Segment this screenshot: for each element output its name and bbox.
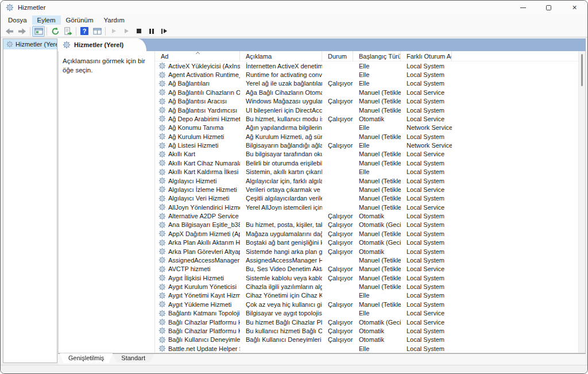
service-row[interactable]: Aygıt Kurulum Yöneticisi Cihazla ilgili …	[155, 282, 578, 291]
restart-service-button[interactable]	[158, 26, 171, 37]
service-description: Bu bilgisayar tarafından okun...	[240, 151, 322, 157]
service-row[interactable]: Algılayıcı Veri Hizmeti Çeşitli algılayı…	[155, 194, 578, 203]
service-description: Boştaki ağ bant genişliğini ku...	[240, 239, 322, 246]
service-row[interactable]: Arka Plan Akıllı Aktarım Hiz... Boştaki …	[155, 238, 578, 247]
service-logon-as: Local Service	[401, 310, 452, 317]
menu-dosya[interactable]: Dosya	[3, 16, 32, 25]
service-row[interactable]: Ağ Depo Arabirimi Hizmeti Bu hizmet, kul…	[155, 114, 578, 123]
service-row[interactable]: Battle.net Update Helper Svc Elle Local …	[155, 344, 578, 353]
window-title: Hizmetler	[18, 4, 510, 11]
service-description: Bu hizmet, posta, kişiler, takvi...	[240, 221, 322, 228]
service-row[interactable]: Akıllı Kart Kaldırma İlkesi Sistemin, ak…	[155, 168, 578, 176]
export-list-button[interactable]	[61, 26, 74, 37]
refresh-button[interactable]	[49, 26, 61, 37]
service-description: Bu hizmet, kullanıcı modu ist...	[240, 115, 322, 122]
service-row[interactable]: Bağlı Cihazlar Platformu Kul... Bu kulla…	[155, 326, 578, 335]
service-startup-type: Otomatik (Geci...	[353, 319, 401, 326]
service-name: Bağlantı Katmanı Topoloji B...	[168, 310, 240, 317]
resume-service-button[interactable]	[120, 26, 133, 37]
service-row[interactable]: ActiveX Yükleyicisi (AxInstSV) İnternett…	[155, 61, 578, 70]
column-header-baslangic-turu[interactable]: Başlangıç Türü	[353, 51, 401, 61]
service-row[interactable]: Ağ Bağlantısı Yardımcısı UI bileşenleri …	[155, 106, 578, 114]
service-row[interactable]: Ağ Kurulum Hizmeti Ağ Kurulum Hizmeti, a…	[155, 132, 578, 141]
maximize-icon	[546, 5, 551, 10]
service-row[interactable]: Akıllı Kart Cihaz Numaralan... Belirli b…	[155, 159, 578, 167]
forward-button[interactable]	[16, 26, 28, 37]
service-startup-type: Manuel (Tetikle...	[353, 204, 401, 211]
service-gear-icon	[158, 318, 166, 326]
service-logon-as: Local System	[401, 160, 452, 167]
column-header-aciklama[interactable]: Açıklama	[240, 51, 322, 61]
maximize-button[interactable]	[536, 1, 562, 14]
service-row[interactable]: Agent Activation Runtime_... Runtime for…	[155, 70, 578, 79]
pause-service-icon	[149, 29, 154, 34]
service-row[interactable]: Aygıt İlişkisi Hizmeti Sistemle kablolu …	[155, 273, 578, 282]
service-startup-type: Manuel (Tetikle...	[353, 257, 401, 264]
service-gear-icon	[158, 239, 166, 246]
service-description: Windows Mağazası uygulam...	[240, 98, 322, 105]
menu-yardim[interactable]: Yardım	[99, 16, 130, 25]
service-name: Bağlı Kullanıcı Deneyimleri ...	[168, 336, 240, 343]
service-row[interactable]: Algılayıcı İzleme Hizmeti Verileri ortay…	[155, 185, 578, 194]
service-row[interactable]: Aygıt Yönetimi Kayıt Hizmeti Cihaz Yönet…	[155, 291, 578, 300]
service-row[interactable]: Bağlantı Katmanı Topoloji B... Bilgisaya…	[155, 309, 578, 318]
help-button[interactable]: ?	[78, 26, 91, 37]
service-row[interactable]: Alternative A2DP Service Çalışıyor Otoma…	[155, 211, 578, 220]
service-row[interactable]: Aygıt Yükleme Hizmeti Çok az veya hiç ku…	[155, 300, 578, 309]
service-row[interactable]: AssignedAccessManager Hi... AssignedAcce…	[155, 256, 578, 264]
sidebar-item-hizmetler-yerel[interactable]: Hizmetler (Yerel)	[3, 39, 57, 49]
service-name: ActiveX Yükleyicisi (AxInstSV)	[168, 63, 240, 70]
column-header-farkli-oturum-ac[interactable]: Farklı Oturum Aç	[401, 51, 452, 61]
service-logon-as: Local System	[401, 63, 452, 70]
service-row[interactable]: AllJoyn Yönlendirici Hizmeti Yerel AllJo…	[155, 203, 578, 211]
service-row[interactable]: Ağ Bağlantısı Aracısı Windows Mağazası u…	[155, 97, 578, 106]
service-row[interactable]: AVCTP hizmeti Bu, Ses Video Denetim Akta…	[155, 265, 578, 273]
service-name: Ağ Konumu Tanıma	[168, 124, 223, 131]
show-hide-panes-button[interactable]	[91, 26, 103, 37]
minimize-button[interactable]	[510, 1, 536, 14]
menu-eylem[interactable]: Eylem	[32, 16, 61, 25]
service-row[interactable]: Ağ Konumu Tanıma Ağın yapılandırma bilgi…	[155, 124, 578, 132]
service-row[interactable]: Ağ Listesi Hizmeti Bilgisayarın bağlandı…	[155, 141, 578, 149]
pause-service-button[interactable]	[145, 26, 158, 37]
service-description: Bilgisayarın bağlandığı ağları ...	[240, 142, 322, 149]
service-name: Algılayıcı İzleme Hizmeti	[168, 186, 237, 193]
service-gear-icon	[158, 213, 166, 220]
service-row[interactable]: Bağlı Cihazlar Platformu Hiz... Bu hizme…	[155, 318, 578, 326]
tab-standart[interactable]: Standart	[113, 354, 154, 363]
scrollbar-thumb[interactable]	[581, 54, 583, 86]
service-logon-as: Local Service	[401, 89, 452, 96]
service-row[interactable]: Ağ Bağlantılı Cihazların Oto... Ağa Bağl…	[155, 88, 578, 97]
tab-genisletilmis[interactable]: Genişletilmiş	[60, 353, 113, 363]
back-button[interactable]	[3, 26, 16, 37]
service-name: Akıllı Kart Kaldırma İlkesi	[168, 168, 238, 175]
service-row[interactable]: Bağlı Kullanıcı Deneyimleri ... Bağlı Ku…	[155, 336, 578, 344]
show-console-tree-button[interactable]	[32, 26, 45, 37]
service-startup-type: Manuel (Tetikle...	[353, 230, 401, 237]
toolbar: ?	[1, 25, 587, 37]
column-header-durum[interactable]: Durum	[322, 51, 353, 61]
back-icon	[5, 27, 14, 36]
service-row[interactable]: Arka Plan Görevleri Altyapı ... Sistemde…	[155, 247, 578, 256]
service-row[interactable]: Akıllı Kart Bu bilgisayar tarafından oku…	[155, 150, 578, 159]
service-startup-type: Elle	[353, 80, 401, 87]
service-row[interactable]: Ağ Bağlantıları Yerel ağ ile uzak bağlan…	[155, 79, 578, 88]
service-status: Çalışıyor	[322, 301, 353, 308]
service-name: Ağ Bağlantılı Cihazların Oto...	[168, 89, 240, 96]
start-service-button[interactable]	[107, 26, 120, 37]
service-row[interactable]: Algılayıcı Hizmeti Algılayıcılar için, f…	[155, 176, 578, 185]
service-gear-icon	[158, 195, 166, 202]
service-description: Algılayıcılar için, farklı algılayı...	[240, 178, 322, 184]
service-name: Bağlı Cihazlar Platformu Kul...	[168, 327, 240, 334]
service-row[interactable]: Ana Bilgisayarı Eşitle_b3822 Bu hizmet, …	[155, 221, 578, 229]
service-gear-icon	[158, 80, 166, 87]
vertical-scrollbar[interactable]	[578, 51, 585, 353]
menu-gorunum[interactable]: Görünüm	[61, 16, 99, 25]
service-row[interactable]: AppX Dağıtım Hizmeti (App... Mağaza uygu…	[155, 229, 578, 238]
close-button[interactable]: ×	[562, 1, 587, 14]
column-header-ad[interactable]: Ad	[155, 51, 240, 61]
services-list: Ad Açıklama Durum Başlangıç Türü Farklı …	[155, 51, 578, 353]
stop-service-button[interactable]	[133, 26, 145, 37]
service-logon-as: Local Service	[401, 319, 452, 326]
service-description: UI bileşenleri için DirectAcces...	[240, 107, 322, 114]
